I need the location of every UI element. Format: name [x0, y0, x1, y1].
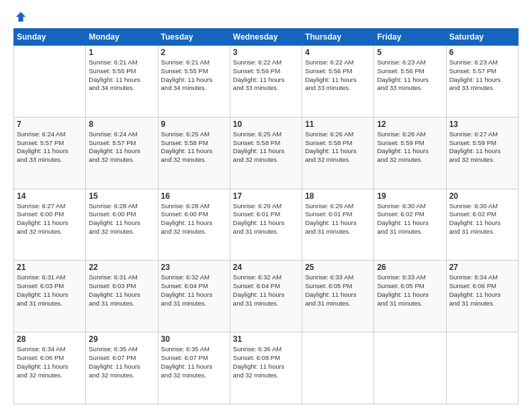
calendar-cell: 26Sunrise: 6:33 AM Sunset: 6:05 PM Dayli…	[374, 261, 446, 332]
weekday-header-sunday: Sunday	[14, 29, 86, 46]
calendar-table: SundayMondayTuesdayWednesdayThursdayFrid…	[13, 28, 519, 404]
calendar-cell: 11Sunrise: 6:26 AM Sunset: 5:58 PM Dayli…	[302, 117, 374, 189]
calendar-cell	[14, 46, 86, 118]
calendar-cell: 21Sunrise: 6:31 AM Sunset: 6:03 PM Dayli…	[14, 261, 86, 332]
day-info: Sunrise: 6:27 AM Sunset: 6:00 PM Dayligh…	[17, 202, 83, 236]
calendar-cell: 29Sunrise: 6:35 AM Sunset: 6:07 PM Dayli…	[86, 332, 158, 404]
day-number: 16	[161, 191, 227, 201]
day-number: 26	[377, 263, 443, 272]
day-info: Sunrise: 6:29 AM Sunset: 6:01 PM Dayligh…	[233, 202, 299, 236]
calendar-week-1: 1Sunrise: 6:21 AM Sunset: 5:55 PM Daylig…	[14, 46, 519, 118]
day-info: Sunrise: 6:28 AM Sunset: 6:00 PM Dayligh…	[89, 202, 154, 236]
day-info: Sunrise: 6:34 AM Sunset: 6:06 PM Dayligh…	[17, 345, 83, 379]
calendar-cell: 28Sunrise: 6:34 AM Sunset: 6:06 PM Dayli…	[14, 332, 86, 404]
day-number: 18	[305, 191, 371, 201]
calendar-cell: 12Sunrise: 6:26 AM Sunset: 5:59 PM Dayli…	[374, 117, 446, 189]
calendar-cell	[302, 332, 374, 404]
day-info: Sunrise: 6:35 AM Sunset: 6:07 PM Dayligh…	[89, 345, 154, 379]
day-number: 31	[233, 334, 299, 344]
day-number: 28	[17, 334, 83, 344]
day-info: Sunrise: 6:33 AM Sunset: 6:05 PM Dayligh…	[305, 273, 371, 308]
weekday-header-tuesday: Tuesday	[158, 29, 230, 46]
day-info: Sunrise: 6:24 AM Sunset: 5:57 PM Dayligh…	[89, 130, 154, 165]
day-info: Sunrise: 6:26 AM Sunset: 5:59 PM Dayligh…	[377, 130, 443, 165]
day-info: Sunrise: 6:32 AM Sunset: 6:04 PM Dayligh…	[233, 273, 299, 308]
day-number: 17	[233, 191, 299, 201]
day-info: Sunrise: 6:27 AM Sunset: 5:59 PM Dayligh…	[449, 130, 515, 165]
day-number: 10	[233, 120, 299, 129]
day-info: Sunrise: 6:26 AM Sunset: 5:58 PM Dayligh…	[305, 130, 371, 165]
day-info: Sunrise: 6:33 AM Sunset: 6:05 PM Dayligh…	[377, 273, 443, 308]
day-info: Sunrise: 6:21 AM Sunset: 5:55 PM Dayligh…	[161, 58, 227, 93]
day-info: Sunrise: 6:24 AM Sunset: 5:57 PM Dayligh…	[17, 130, 83, 165]
day-info: Sunrise: 6:35 AM Sunset: 6:07 PM Dayligh…	[161, 345, 227, 379]
calendar-cell: 15Sunrise: 6:28 AM Sunset: 6:00 PM Dayli…	[86, 189, 158, 261]
calendar-cell: 18Sunrise: 6:29 AM Sunset: 6:01 PM Dayli…	[302, 189, 374, 261]
logo	[13, 11, 27, 23]
calendar-cell: 16Sunrise: 6:28 AM Sunset: 6:00 PM Dayli…	[158, 189, 230, 261]
day-info: Sunrise: 6:28 AM Sunset: 6:00 PM Dayligh…	[161, 202, 227, 236]
day-number: 25	[305, 263, 371, 272]
calendar-week-2: 7Sunrise: 6:24 AM Sunset: 5:57 PM Daylig…	[14, 117, 519, 189]
calendar-cell: 25Sunrise: 6:33 AM Sunset: 6:05 PM Dayli…	[302, 261, 374, 332]
calendar-cell	[374, 332, 446, 404]
day-number: 19	[377, 191, 443, 201]
calendar-cell: 17Sunrise: 6:29 AM Sunset: 6:01 PM Dayli…	[230, 189, 302, 261]
day-number: 27	[449, 263, 515, 272]
day-info: Sunrise: 6:30 AM Sunset: 6:02 PM Dayligh…	[449, 202, 515, 236]
calendar-cell: 27Sunrise: 6:34 AM Sunset: 6:06 PM Dayli…	[446, 261, 518, 332]
day-number: 20	[449, 191, 515, 201]
day-number: 5	[377, 48, 443, 57]
calendar-cell: 13Sunrise: 6:27 AM Sunset: 5:59 PM Dayli…	[446, 117, 518, 189]
calendar-cell: 23Sunrise: 6:32 AM Sunset: 6:04 PM Dayli…	[158, 261, 230, 332]
calendar-cell: 30Sunrise: 6:35 AM Sunset: 6:07 PM Dayli…	[158, 332, 230, 404]
calendar-cell: 22Sunrise: 6:31 AM Sunset: 6:03 PM Dayli…	[86, 261, 158, 332]
day-number: 11	[305, 120, 371, 129]
header	[13, 11, 519, 23]
logo-icon	[15, 11, 27, 23]
day-number: 8	[89, 120, 154, 129]
calendar-cell: 2Sunrise: 6:21 AM Sunset: 5:55 PM Daylig…	[158, 46, 230, 118]
calendar-week-5: 28Sunrise: 6:34 AM Sunset: 6:06 PM Dayli…	[14, 332, 519, 404]
weekday-header-row: SundayMondayTuesdayWednesdayThursdayFrid…	[14, 29, 519, 46]
day-number: 7	[17, 120, 83, 129]
day-number: 6	[449, 48, 515, 57]
day-info: Sunrise: 6:34 AM Sunset: 6:06 PM Dayligh…	[449, 273, 515, 308]
day-info: Sunrise: 6:23 AM Sunset: 5:56 PM Dayligh…	[377, 58, 443, 93]
calendar-cell: 7Sunrise: 6:24 AM Sunset: 5:57 PM Daylig…	[14, 117, 86, 189]
calendar-cell: 1Sunrise: 6:21 AM Sunset: 5:55 PM Daylig…	[86, 46, 158, 118]
day-number: 2	[161, 48, 227, 57]
weekday-header-monday: Monday	[86, 29, 158, 46]
day-info: Sunrise: 6:22 AM Sunset: 5:56 PM Dayligh…	[305, 58, 371, 93]
calendar-cell: 24Sunrise: 6:32 AM Sunset: 6:04 PM Dayli…	[230, 261, 302, 332]
page: SundayMondayTuesdayWednesdayThursdayFrid…	[0, 0, 532, 411]
calendar-week-4: 21Sunrise: 6:31 AM Sunset: 6:03 PM Dayli…	[14, 261, 519, 332]
day-number: 22	[89, 263, 154, 272]
calendar-cell: 5Sunrise: 6:23 AM Sunset: 5:56 PM Daylig…	[374, 46, 446, 118]
day-info: Sunrise: 6:36 AM Sunset: 6:08 PM Dayligh…	[233, 345, 299, 379]
day-number: 12	[377, 120, 443, 129]
calendar-cell: 6Sunrise: 6:23 AM Sunset: 5:57 PM Daylig…	[446, 46, 518, 118]
day-info: Sunrise: 6:30 AM Sunset: 6:02 PM Dayligh…	[377, 202, 443, 236]
calendar-cell	[446, 332, 518, 404]
day-info: Sunrise: 6:23 AM Sunset: 5:57 PM Dayligh…	[449, 58, 515, 93]
weekday-header-wednesday: Wednesday	[230, 29, 302, 46]
day-number: 4	[305, 48, 371, 57]
weekday-header-thursday: Thursday	[302, 29, 374, 46]
calendar-cell: 4Sunrise: 6:22 AM Sunset: 5:56 PM Daylig…	[302, 46, 374, 118]
calendar-cell: 9Sunrise: 6:25 AM Sunset: 5:58 PM Daylig…	[158, 117, 230, 189]
day-info: Sunrise: 6:22 AM Sunset: 5:56 PM Dayligh…	[233, 58, 299, 93]
weekday-header-saturday: Saturday	[446, 29, 518, 46]
calendar-cell: 19Sunrise: 6:30 AM Sunset: 6:02 PM Dayli…	[374, 189, 446, 261]
day-number: 24	[233, 263, 299, 272]
day-number: 23	[161, 263, 227, 272]
calendar-week-3: 14Sunrise: 6:27 AM Sunset: 6:00 PM Dayli…	[14, 189, 519, 261]
calendar-cell: 14Sunrise: 6:27 AM Sunset: 6:00 PM Dayli…	[14, 189, 86, 261]
day-info: Sunrise: 6:25 AM Sunset: 5:58 PM Dayligh…	[233, 130, 299, 165]
day-number: 13	[449, 120, 515, 129]
day-number: 1	[89, 48, 154, 57]
day-number: 30	[161, 334, 227, 344]
day-number: 29	[89, 334, 154, 344]
day-info: Sunrise: 6:29 AM Sunset: 6:01 PM Dayligh…	[305, 202, 371, 236]
day-number: 14	[17, 191, 83, 201]
